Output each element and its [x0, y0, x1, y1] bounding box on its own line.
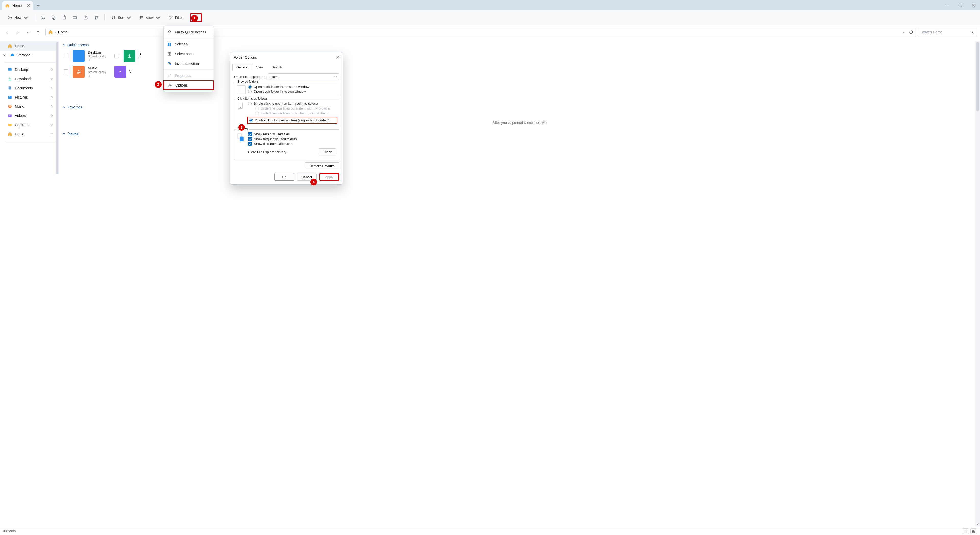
tab-search[interactable]: Search [268, 64, 286, 71]
radio-own-window[interactable]: Open each folder in its own window [248, 89, 336, 94]
checkbox[interactable] [115, 54, 119, 58]
checkbox[interactable] [64, 54, 68, 58]
sidebar: Home Personal Desktop Downloads Document… [0, 40, 59, 527]
breadcrumb-root[interactable]: Home [58, 30, 68, 34]
chevron-down-icon[interactable] [3, 54, 6, 56]
svg-rect-33 [170, 62, 171, 63]
sidebar-home[interactable]: Home [0, 41, 59, 51]
tiles-view-button[interactable] [970, 529, 977, 534]
paste-button[interactable] [60, 13, 68, 22]
sidebar-personal[interactable]: Personal [0, 51, 59, 60]
qa-desktop[interactable]: Desktop Stored locally [63, 49, 107, 63]
tab-view[interactable]: View [252, 64, 267, 71]
tab-home[interactable]: Home [2, 1, 33, 10]
svg-rect-39 [240, 137, 244, 142]
toolbar: New Sort View Filter [0, 10, 980, 25]
up-button[interactable] [34, 28, 42, 37]
clear-button[interactable]: Clear [319, 148, 336, 156]
sidebar-pin-desktop[interactable]: Desktop [0, 65, 59, 74]
radio-same-window[interactable]: Open each folder in the same window [248, 85, 336, 89]
item-initial: D [138, 52, 141, 56]
sidebar-label: Downloads [15, 77, 32, 81]
sidebar-pin-captures[interactable]: Captures [0, 120, 59, 129]
restore-defaults-button[interactable]: Restore Defaults [305, 162, 339, 169]
refresh-button[interactable] [909, 30, 913, 35]
pictures-icon [8, 95, 12, 100]
menu-pin-quick-access[interactable]: Pin to Quick access [164, 27, 213, 37]
check-office-files[interactable]: Show files from Office.com [248, 142, 336, 146]
pin-icon [88, 59, 91, 62]
videos-icon [8, 113, 12, 118]
radio-single-click[interactable]: Single-click to open an item (point to s… [248, 102, 336, 105]
chevron-down-icon[interactable] [903, 31, 905, 33]
browse-folders-group: Browse folders Open each folder in the s… [234, 82, 339, 96]
menu-select-all[interactable]: Select all [164, 39, 213, 49]
filter-button[interactable]: Filter [165, 13, 186, 22]
sidebar-pin-downloads[interactable]: Downloads [0, 74, 59, 83]
back-button[interactable] [3, 28, 12, 37]
menu-invert-selection[interactable]: Invert selection [164, 59, 213, 68]
tab-title: Home [12, 3, 22, 8]
sort-button[interactable]: Sort [108, 13, 134, 22]
sidebar-pin-videos[interactable]: Videos [0, 111, 59, 120]
qa-music[interactable]: Music Stored locally [63, 65, 107, 79]
group-label: Recent [67, 132, 79, 136]
forward-button[interactable] [13, 28, 22, 37]
sidebar-pin-pictures[interactable]: Pictures [0, 93, 59, 102]
folder-window-icon [237, 85, 245, 94]
ok-button[interactable]: OK [274, 173, 294, 181]
legend: Browse folders [236, 80, 259, 83]
share-button[interactable] [81, 13, 90, 22]
maximize-button[interactable] [953, 0, 967, 10]
group-label: Favorites [67, 105, 82, 109]
svg-rect-40 [972, 530, 974, 531]
svg-rect-42 [972, 532, 974, 532]
svg-rect-27 [170, 45, 171, 46]
close-button[interactable] [967, 0, 980, 10]
dialog-titlebar: Folder Options [231, 53, 343, 62]
group-favorites[interactable]: Favorites [63, 105, 977, 109]
rename-button[interactable] [71, 13, 80, 22]
check-frequent-folders[interactable]: Show frequently used folders [248, 137, 336, 141]
tab-general[interactable]: General [232, 64, 252, 71]
qa-hidden-3[interactable]: V [113, 65, 132, 79]
breadcrumb-separator: › [55, 30, 56, 34]
radio-double-click[interactable]: Double-click to open an item (single-cli… [249, 118, 335, 122]
sidebar-label: Home [15, 44, 24, 48]
delete-button[interactable] [92, 13, 101, 22]
menu-label: Options [175, 83, 188, 87]
checkbox[interactable] [64, 69, 68, 74]
details-view-button[interactable] [962, 529, 969, 534]
pin-icon [50, 77, 53, 80]
music-icon [73, 66, 85, 78]
svg-point-22 [78, 73, 79, 73]
view-button[interactable]: View [136, 13, 163, 22]
menu-select-none[interactable]: Select none [164, 49, 213, 59]
qa-hidden-1[interactable]: DS [113, 49, 142, 63]
status-items: 30 items [3, 529, 16, 533]
sidebar-pin-documents[interactable]: Documents [0, 83, 59, 93]
apply-button[interactable]: Apply [319, 173, 339, 181]
sidebar-pin-music[interactable]: Music [0, 102, 59, 111]
new-tab-button[interactable] [33, 1, 43, 10]
recent-locations-button[interactable] [24, 28, 32, 37]
group-recent[interactable]: Recent [63, 132, 977, 136]
copy-button[interactable] [49, 13, 58, 22]
open-combobox[interactable]: Home [268, 73, 339, 80]
check-recent-files[interactable]: Show recently used files [248, 132, 336, 136]
cut-button[interactable] [38, 13, 47, 22]
new-button[interactable]: New [5, 13, 31, 22]
dialog-close-button[interactable] [336, 56, 340, 59]
svg-rect-16 [8, 68, 12, 71]
sidebar-pin-home[interactable]: Home [0, 129, 59, 139]
search-input[interactable]: Search Home [918, 27, 977, 37]
svg-rect-18 [8, 96, 12, 99]
sidebar-scrollbar[interactable] [56, 42, 59, 174]
callout-4: 4 [310, 179, 317, 185]
main-scrollbar[interactable] [975, 41, 980, 526]
dialog-body: Open File Explorer to: Home Browse folde… [231, 71, 343, 170]
close-icon[interactable] [26, 3, 30, 8]
click-doc-icon [237, 102, 245, 112]
minimize-button[interactable] [940, 0, 953, 10]
menu-options[interactable]: Options [163, 80, 214, 90]
